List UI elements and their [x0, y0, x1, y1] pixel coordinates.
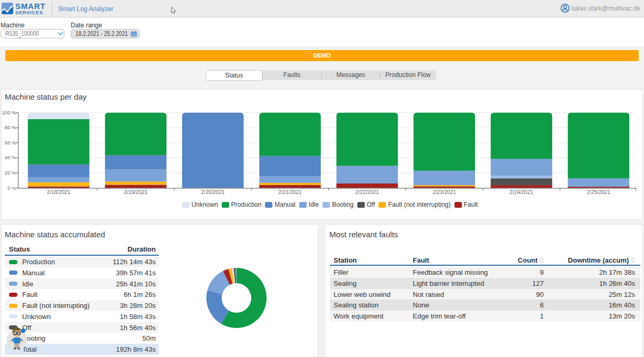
svg-text:2/25/2021: 2/25/2021: [587, 189, 611, 195]
svg-text:2/22/2021: 2/22/2021: [355, 189, 379, 195]
svg-text:60 %: 60 %: [5, 140, 16, 146]
svg-text:2/24/2021: 2/24/2021: [510, 189, 534, 195]
svg-text:40 %: 40 %: [5, 155, 16, 160]
svg-text:2/20/2021: 2/20/2021: [201, 189, 225, 195]
svg-text:0 %: 0 %: [7, 185, 16, 191]
svg-text:2/19/2021: 2/19/2021: [124, 189, 148, 195]
svg-text:100 %: 100 %: [2, 110, 16, 115]
svg-text:20 %: 20 %: [5, 170, 16, 176]
svg-text:80 %: 80 %: [5, 124, 16, 130]
svg-text:2/21/2021: 2/21/2021: [278, 189, 302, 195]
svg-text:2/18/2021: 2/18/2021: [47, 189, 71, 195]
svg-text:2/23/2021: 2/23/2021: [432, 189, 456, 195]
